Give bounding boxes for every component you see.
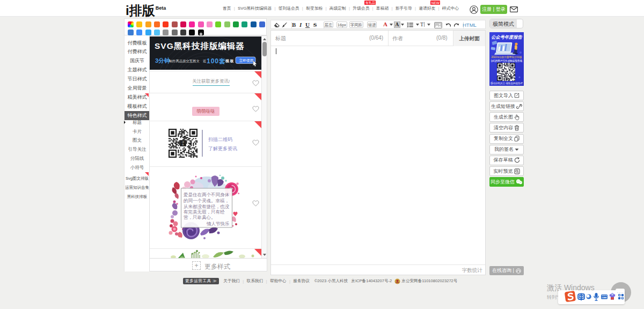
svg-text:近: 近: [203, 59, 207, 63]
svg-text:制作高品质交互图文: 制作高品质交互图文: [169, 59, 200, 63]
svg-text:SVG黑科技排版编辑器: SVG黑科技排版编辑器: [155, 41, 245, 50]
svg-text:100套: 100套: [207, 57, 226, 65]
svg-text:立即使用: 立即使用: [239, 58, 254, 63]
svg-text:情人节快乐: 情人节快乐: [206, 221, 230, 226]
svg-text:爱是住在两个不同身体: 爱是住在两个不同身体: [184, 192, 230, 197]
svg-text:模板: 模板: [225, 59, 235, 63]
svg-text:(pc)的用户可生成数据报告哦: (pc)的用户可生成数据报告哦: [491, 59, 523, 63]
svg-text:从来都没有捷径，也没: 从来都没有捷径，也没: [184, 204, 230, 209]
svg-text:公众号年度报告: 公众号年度报告: [491, 34, 522, 40]
svg-text:2022年以前注册登陆过i排版: 2022年以前注册登陆过i排版: [491, 55, 522, 59]
svg-text:的同一个灵魂。幸福，: 的同一个灵魂。幸福，: [184, 198, 229, 203]
svg-text:3分钟: 3分钟: [155, 57, 170, 64]
svg-text:营，只靠真心。: 营，只靠真心。: [184, 215, 216, 220]
svg-text:有完美无瑕，只有经: 有完美无瑕，只有经: [184, 209, 225, 215]
